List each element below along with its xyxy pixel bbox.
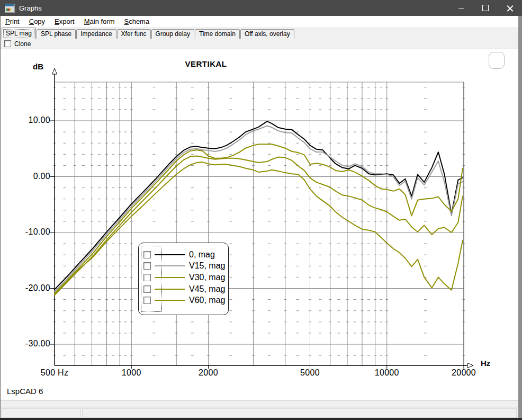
legend-checkbox-v15[interactable] xyxy=(143,262,151,270)
x-axis-unit-label: Hz xyxy=(481,359,490,368)
maximize-icon xyxy=(482,5,489,11)
title-bar: Graphs xyxy=(0,0,522,16)
legend-label: V45, mag xyxy=(189,284,225,294)
legend-checkbox-v30[interactable] xyxy=(143,274,151,281)
tab-time-domain[interactable]: Time domain xyxy=(195,29,240,39)
menu-item-print[interactable]: Print xyxy=(1,17,24,25)
menu-item-copy[interactable]: Copy xyxy=(24,17,50,25)
clone-row: Clone xyxy=(1,39,518,49)
tab-bar: SPL mag SPL phase Impedance Xfer func Gr… xyxy=(1,27,518,39)
legend-row: V45, mag xyxy=(139,283,228,295)
clone-checkbox[interactable] xyxy=(4,40,11,47)
legend-line-sample xyxy=(155,277,185,278)
legend-row: 0, mag xyxy=(139,249,228,261)
x-tick-label: 10000 xyxy=(363,368,411,378)
x-tick-label: 5000 xyxy=(286,368,334,378)
menu-bar: Print Copy Export Main form Schema xyxy=(1,16,518,27)
legend-label: V15, mag xyxy=(189,261,225,271)
tab-group-delay[interactable]: Group delay xyxy=(151,29,194,39)
x-tick-label: 20000 xyxy=(440,368,488,378)
minimize-button[interactable] xyxy=(449,0,473,16)
corner-button[interactable] xyxy=(489,52,505,69)
tab-spl-phase[interactable]: SPL phase xyxy=(37,29,76,39)
chart-title: VERTIKAL xyxy=(158,59,254,68)
x-tick-label: 1000 xyxy=(107,368,155,378)
y-axis-unit-label: dB xyxy=(33,62,43,71)
clone-label: Clone xyxy=(14,40,31,48)
tab-spl-mag[interactable]: SPL mag xyxy=(2,28,36,39)
legend-row: V30, mag xyxy=(139,272,228,283)
minimize-icon xyxy=(458,8,464,8)
y-tick-label: -30.00 xyxy=(15,339,50,348)
menu-item-main-form[interactable]: Main form xyxy=(79,17,120,25)
menu-item-schema[interactable]: Schema xyxy=(119,17,154,25)
graphs-window: Graphs Print Copy Export Main form Schem… xyxy=(0,0,522,420)
menu-item-export[interactable]: Export xyxy=(50,17,79,25)
legend-box: 0, mag V15, mag V30, mag V45, mag V60, m… xyxy=(138,243,229,315)
window-title: Graphs xyxy=(19,4,42,12)
status-panel-right xyxy=(82,408,517,418)
tab-xfer-func[interactable]: Xfer func xyxy=(117,29,151,39)
legend-line-sample xyxy=(155,289,185,290)
legend-row: V60, mag xyxy=(139,294,228,306)
y-tick-label: 10.00 xyxy=(15,115,50,125)
tab-off-axis-overlay[interactable]: Off axis, overlay xyxy=(240,29,294,39)
y-tick-label: -20.00 xyxy=(15,283,50,293)
legend-line-sample xyxy=(155,300,185,301)
legend-line-sample xyxy=(155,254,185,255)
maximize-button[interactable] xyxy=(473,0,498,16)
tab-impedance[interactable]: Impedance xyxy=(76,29,116,39)
legend-checkbox-0[interactable] xyxy=(143,251,151,258)
x-tick-label: 500 Hz xyxy=(31,368,78,378)
legend-label: 0, mag xyxy=(189,250,215,260)
app-brand-label: LspCAD 6 xyxy=(7,387,43,396)
y-tick-label: 0.00 xyxy=(15,172,50,181)
status-panel-left xyxy=(2,408,81,418)
bottom-strip xyxy=(1,400,518,407)
legend-line-sample xyxy=(155,265,185,266)
chart-panel xyxy=(1,49,518,400)
legend-checkbox-v60[interactable] xyxy=(143,297,151,304)
status-bar xyxy=(1,407,518,418)
legend-checkbox-v45[interactable] xyxy=(143,285,151,293)
y-tick-label: -10.00 xyxy=(15,227,50,237)
legend-label: V60, mag xyxy=(189,296,225,305)
legend-label: V30, mag xyxy=(189,273,225,282)
close-icon xyxy=(507,5,514,12)
app-icon xyxy=(5,4,15,13)
close-button[interactable] xyxy=(498,0,522,16)
x-tick-label: 2000 xyxy=(184,368,232,378)
legend-row: V15, mag xyxy=(139,261,228,272)
